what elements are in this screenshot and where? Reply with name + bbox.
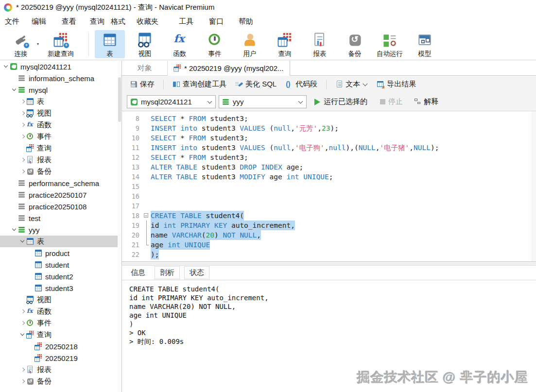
run-selected-icon[interactable]: [314, 99, 320, 105]
editor-scrollbar[interactable]: [532, 111, 536, 261]
tree-right-arrow-icon[interactable]: [19, 98, 26, 105]
menu-item-帮助[interactable]: 帮助: [239, 17, 253, 26]
tree-item-yyy[interactable]: yyy: [0, 224, 121, 236]
tree-item-函数[interactable]: 函数: [0, 119, 121, 131]
result-tab-剖析[interactable]: 剖析: [155, 266, 180, 279]
query-builder-button[interactable]: 查询创建工具: [170, 78, 229, 90]
tree-item-查询[interactable]: 查询: [0, 142, 121, 154]
query-builder-label: 查询创建工具: [183, 80, 226, 89]
tree-item-product[interactable]: product: [0, 247, 121, 259]
splitter-handle[interactable]: [122, 261, 536, 266]
tree-item-label: mysql20241121: [20, 63, 71, 71]
tree-item-函数[interactable]: 函数: [0, 306, 121, 317]
tree-item-事件[interactable]: 事件: [0, 131, 121, 142]
tree-right-arrow-icon[interactable]: [19, 378, 26, 385]
tree-item-student3[interactable]: student3: [0, 282, 121, 294]
title-bar: * 20250219 @yyy (mysql20241121) - 查询 - N…: [0, 0, 536, 15]
menu-item-查看[interactable]: 查看: [62, 17, 76, 26]
toolbar-视图[interactable]: 视图: [130, 30, 160, 58]
tree-right-arrow-icon[interactable]: [19, 121, 26, 128]
menu-item-窗口[interactable]: 窗口: [209, 17, 224, 26]
toolbar-连接[interactable]: +▾连接: [7, 30, 35, 58]
tree-item-practice20250108[interactable]: practice20250108: [0, 201, 121, 212]
database-select[interactable]: yyy: [219, 95, 307, 108]
run-selected-label[interactable]: 运行已选择的: [324, 97, 367, 106]
chevron-down-icon: ▾: [37, 42, 39, 46]
tree-item-20250219[interactable]: 20250219: [0, 352, 121, 364]
result-tab-信息[interactable]: 信息: [126, 267, 150, 279]
line-number: 21: [122, 240, 143, 250]
message-output: CREATE TABLE student4(id int PRIMARY KEY…: [122, 280, 536, 392]
tree-item-备份[interactable]: 备份: [0, 375, 121, 387]
toolbar-用户[interactable]: 用户: [235, 30, 265, 58]
tree-right-arrow-icon[interactable]: [19, 366, 26, 373]
tab-objects[interactable]: 对象: [122, 61, 168, 75]
tree-item-information_schema[interactable]: information_schema: [0, 72, 121, 84]
sidebar-scrollbar[interactable]: [118, 61, 121, 392]
menu-item-编辑[interactable]: 编辑: [32, 17, 46, 26]
main-toolbar: +▾连接+新建查询表视图函数事件用户查询报表备份自动运行模型: [0, 28, 536, 60]
tree-item-备份[interactable]: 备份: [0, 166, 121, 177]
beautify-sql-button[interactable]: 美化 SQL: [232, 78, 279, 90]
export-result-icon: [377, 81, 384, 88]
fold-gutter: [143, 114, 151, 123]
explain-button[interactable]: 解释: [414, 97, 438, 106]
menu-item-查询[interactable]: 查询: [90, 17, 104, 26]
tree-item-视图[interactable]: 视图: [0, 107, 121, 119]
tree-down-arrow-icon[interactable]: [3, 63, 10, 70]
toolbar-label: 函数: [173, 50, 187, 58]
tree-right-arrow-icon[interactable]: [19, 133, 26, 140]
tree-down-arrow-icon[interactable]: [19, 331, 26, 338]
tree-right-arrow-icon[interactable]: [19, 168, 26, 175]
menu-item-文件[interactable]: 文件: [5, 17, 19, 26]
toolbar-函数[interactable]: 函数: [165, 30, 195, 58]
menu-item-收藏夹[interactable]: 收藏夹: [137, 17, 158, 26]
tree-item-student2[interactable]: student2: [0, 271, 121, 282]
code-snippet-button[interactable]: 代码段: [282, 78, 320, 90]
tree-item-mysql20241121[interactable]: mysql20241121: [0, 61, 121, 72]
tab-query-active[interactable]: * 20250219 @yyy (mysql202...: [168, 61, 290, 76]
tree-item-test[interactable]: test: [0, 212, 121, 224]
text-view-button[interactable]: 文本: [332, 78, 371, 90]
backups-folder-icon: [26, 168, 34, 175]
tree-right-arrow-icon[interactable]: [19, 308, 26, 315]
tree-item-报表[interactable]: 报表: [0, 154, 121, 166]
menu-item-格式[interactable]: 格式: [111, 17, 125, 26]
toolbar-新建查询[interactable]: +新建查询: [40, 30, 82, 58]
toolbar-备份[interactable]: 备份: [340, 30, 370, 58]
toolbar-模型[interactable]: 模型: [410, 30, 440, 58]
tree-item-表[interactable]: 表: [0, 96, 121, 107]
tree-item-practice20250107[interactable]: practice20250107: [0, 189, 121, 201]
save-button[interactable]: 保存: [127, 78, 157, 90]
tree-down-arrow-icon[interactable]: [11, 86, 18, 93]
sql-editor[interactable]: 8SELECT * FROM student3;9INSERT into stu…: [122, 111, 536, 261]
tree-item-事件[interactable]: 事件: [0, 317, 121, 329]
tree-item-20250218[interactable]: 20250218: [0, 341, 121, 352]
toolbar-表[interactable]: 表: [95, 30, 125, 58]
tree-item-查询[interactable]: 查询: [0, 329, 121, 341]
tree-right-arrow-icon[interactable]: [19, 110, 26, 117]
tree-down-arrow-icon[interactable]: [11, 226, 18, 233]
tree-item-mysql[interactable]: mysql: [0, 84, 121, 96]
tree-right-arrow-icon[interactable]: [19, 320, 26, 326]
toolbar-自动运行[interactable]: 自动运行: [375, 30, 405, 58]
toolbar-事件[interactable]: 事件: [200, 30, 230, 58]
fold-marker-icon[interactable]: [143, 211, 151, 221]
tree-item-表[interactable]: 表: [0, 236, 121, 247]
toolbar-查询[interactable]: 查询: [270, 30, 300, 58]
tree-item-student[interactable]: student: [0, 259, 121, 271]
tree-item-视图[interactable]: 视图: [0, 294, 121, 306]
toolbar-报表[interactable]: 报表: [305, 30, 335, 58]
menu-item-工具[interactable]: 工具: [179, 17, 193, 26]
tree-right-arrow-icon[interactable]: [19, 156, 26, 163]
export-result-button[interactable]: 导出结果: [374, 78, 419, 90]
sidebar: mysql20241121information_schemamysql表视图函…: [0, 61, 122, 392]
fold-marker-icon: [143, 240, 151, 250]
tree-item-报表[interactable]: 报表: [0, 364, 121, 375]
connection-select-value: mysql20241121: [141, 98, 204, 106]
result-tab-状态[interactable]: 状态: [184, 266, 209, 279]
tree-item-performance_schema[interactable]: performance_schema: [0, 177, 121, 189]
tree-down-arrow-icon[interactable]: [19, 238, 26, 245]
line-number: 17: [122, 201, 143, 211]
connection-select[interactable]: mysql20241121: [127, 95, 216, 108]
